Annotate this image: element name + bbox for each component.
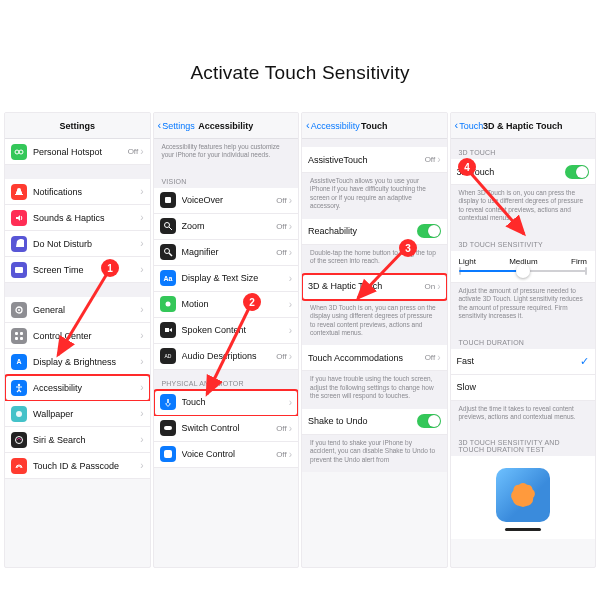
row-value: Off bbox=[276, 352, 287, 361]
row-siri-search[interactable]: Siri & Search› bbox=[5, 427, 150, 453]
row-value: On bbox=[424, 282, 435, 291]
row-touch[interactable]: Touch› bbox=[154, 390, 299, 416]
row-touch-id-passcode[interactable]: Touch ID & Passcode› bbox=[5, 453, 150, 479]
row-label: Voice Control bbox=[182, 449, 277, 459]
footnote: If you have trouble using the touch scre… bbox=[302, 371, 447, 408]
chevron-right-icon: › bbox=[140, 408, 143, 419]
row-magnifier[interactable]: MagnifierOff› bbox=[154, 240, 299, 266]
chevron-right-icon: › bbox=[289, 325, 292, 336]
row-motion[interactable]: Motion› bbox=[154, 292, 299, 318]
row-do-not-disturb[interactable]: Do Not Disturb› bbox=[5, 231, 150, 257]
chevron-right-icon: › bbox=[437, 154, 440, 165]
row-label: Wallpaper bbox=[33, 409, 140, 419]
svg-rect-5 bbox=[15, 332, 18, 335]
chevron-right-icon: › bbox=[140, 356, 143, 367]
svg-text:A: A bbox=[16, 358, 21, 365]
sensitivity-slider-row: Light Medium Firm bbox=[451, 251, 596, 283]
row-touch-accommodations[interactable]: Touch Accommodations Off › bbox=[302, 345, 447, 371]
row-display-brightness[interactable]: ADisplay & Brightness› bbox=[5, 349, 150, 375]
chevron-right-icon: › bbox=[140, 382, 143, 393]
chevron-right-icon: › bbox=[140, 146, 143, 157]
footnote: When 3D Touch is on, you can press on th… bbox=[302, 300, 447, 346]
row-shake-to-undo[interactable]: Shake to Undo bbox=[302, 409, 447, 435]
back-button[interactable]: ‹Settings bbox=[158, 120, 195, 131]
section-motor: PHYSICAL AND MOTOR bbox=[154, 370, 299, 390]
svg-rect-2 bbox=[15, 267, 23, 273]
svg-point-4 bbox=[18, 309, 20, 311]
row-control-center[interactable]: Control Center› bbox=[5, 323, 150, 349]
svg-point-10 bbox=[18, 383, 20, 385]
row-reachability[interactable]: Reachability bbox=[302, 219, 447, 245]
row-label: Control Center bbox=[33, 331, 140, 341]
row-switch-control[interactable]: Switch ControlOff› bbox=[154, 416, 299, 442]
section-vision: VISION bbox=[154, 168, 299, 188]
row-zoom[interactable]: ZoomOff› bbox=[154, 214, 299, 240]
touch-icon bbox=[160, 394, 176, 410]
footnote: Adjust the amount of pressure needed to … bbox=[451, 283, 596, 329]
row-screen-time[interactable]: Screen Time› bbox=[5, 257, 150, 283]
row-sounds-haptics[interactable]: Sounds & Haptics› bbox=[5, 205, 150, 231]
section-test: 3D TOUCH SENSITIVITY AND TOUCH DURATION … bbox=[451, 429, 596, 456]
reachability-toggle[interactable] bbox=[417, 224, 441, 238]
footnote: When 3D Touch is on, you can press the d… bbox=[451, 185, 596, 231]
svg-rect-7 bbox=[15, 337, 18, 340]
shake-toggle[interactable] bbox=[417, 414, 441, 428]
row-label: 3D Touch bbox=[457, 167, 566, 177]
row-personal-hotspot[interactable]: Personal Hotspot Off › bbox=[5, 139, 150, 165]
slider-knob[interactable] bbox=[516, 264, 530, 278]
panel-accessibility: ‹Settings Accessibility Accessibility fe… bbox=[153, 112, 300, 568]
row-spoken-content[interactable]: Spoken Content› bbox=[154, 318, 299, 344]
3dtouch-toggle[interactable] bbox=[565, 165, 589, 179]
row-label: Touch ID & Passcode bbox=[33, 461, 140, 471]
back-label: Touch bbox=[459, 121, 483, 131]
chevron-right-icon: › bbox=[140, 330, 143, 341]
footnote: Double-tap the home button to bring the … bbox=[302, 245, 447, 274]
sensitivity-test-image[interactable] bbox=[496, 468, 550, 522]
row-value: Off bbox=[276, 196, 287, 205]
row-duration-fast[interactable]: Fast ✓ bbox=[451, 349, 596, 375]
navbar: ‹Accessibility Touch bbox=[302, 113, 447, 139]
row-duration-slow[interactable]: Slow bbox=[451, 375, 596, 401]
svg-rect-8 bbox=[20, 337, 23, 340]
row-label: Slow bbox=[457, 382, 590, 392]
row-display-text-size[interactable]: AaDisplay & Text Size› bbox=[154, 266, 299, 292]
row-3dtouch-toggle[interactable]: 3D Touch bbox=[451, 159, 596, 185]
row-label: Audio Descriptions bbox=[182, 351, 277, 361]
row-accessibility[interactable]: Accessibility› bbox=[5, 375, 150, 401]
chevron-right-icon: › bbox=[289, 221, 292, 232]
chevron-left-icon: ‹ bbox=[455, 120, 459, 131]
row-voice-control[interactable]: Voice ControlOff› bbox=[154, 442, 299, 468]
row-general[interactable]: General› bbox=[5, 297, 150, 323]
row-label: Switch Control bbox=[182, 423, 277, 433]
svg-text:Aa: Aa bbox=[163, 275, 172, 282]
textsize-icon: Aa bbox=[160, 270, 176, 286]
slider-label-firm: Firm bbox=[571, 257, 587, 266]
intro-text: Accessibility features help you customiz… bbox=[154, 139, 299, 168]
row-value: Off bbox=[425, 353, 436, 362]
row-3d-haptic-touch[interactable]: 3D & Haptic Touch On › bbox=[302, 274, 447, 300]
row-value: Off bbox=[276, 222, 287, 231]
slider-label-light: Light bbox=[459, 257, 476, 266]
footnote: If you tend to shake your iPhone by acci… bbox=[302, 435, 447, 472]
row-audio-descriptions[interactable]: ADAudio DescriptionsOff› bbox=[154, 344, 299, 370]
display-icon: A bbox=[11, 354, 27, 370]
row-label: Display & Text Size bbox=[182, 273, 289, 283]
row-assistivetouch[interactable]: AssistiveTouch Off › bbox=[302, 147, 447, 173]
row-notifications[interactable]: Notifications› bbox=[5, 179, 150, 205]
chevron-right-icon: › bbox=[437, 352, 440, 363]
nav-title: Touch bbox=[361, 121, 387, 131]
spoken-icon bbox=[160, 322, 176, 338]
svg-rect-13 bbox=[165, 197, 171, 203]
row-value: Off bbox=[276, 248, 287, 257]
section-3dtouch: 3D TOUCH bbox=[451, 139, 596, 159]
sensitivity-slider[interactable] bbox=[459, 270, 588, 272]
row-voiceover[interactable]: VoiceOverOff› bbox=[154, 188, 299, 214]
accessibility-icon bbox=[11, 380, 27, 396]
chevron-right-icon: › bbox=[140, 238, 143, 249]
footnote: AssistiveTouch allows you to use your iP… bbox=[302, 173, 447, 219]
personal-hotspot-icon bbox=[11, 144, 27, 160]
back-button[interactable]: ‹Accessibility bbox=[306, 120, 360, 131]
zoom-icon bbox=[160, 218, 176, 234]
back-button[interactable]: ‹Touch bbox=[455, 120, 484, 131]
row-wallpaper[interactable]: Wallpaper› bbox=[5, 401, 150, 427]
